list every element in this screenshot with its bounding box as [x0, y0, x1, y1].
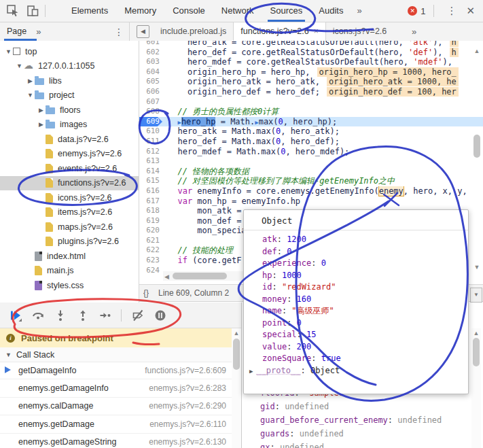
navigator-more-tabs-chevron[interactable]: »: [36, 27, 41, 37]
line-number[interactable]: 603: [139, 57, 162, 67]
more-panels-chevron[interactable]: »: [351, 0, 367, 22]
debugger-pane-scrollbar[interactable]: ▲: [232, 328, 241, 448]
code-line-613[interactable]: 613: [139, 156, 483, 167]
line-number[interactable]: 605: [139, 77, 162, 87]
line-number[interactable]: 624: [139, 266, 162, 276]
scope-variable-guards[interactable]: guards: undefined: [242, 427, 473, 441]
tree-item-index-html[interactable]: index.html: [0, 249, 139, 264]
scroll-left-icon[interactable]: ◀: [164, 273, 169, 280]
file-tab-functions-js-v-2-6[interactable]: functions.js?v=2.6×: [233, 22, 325, 41]
error-badge[interactable]: ✕ 1: [408, 6, 425, 16]
line-number[interactable]: 611: [139, 137, 162, 147]
line-number[interactable]: 612: [139, 147, 162, 157]
code-line-609[interactable]: 609 ▶hero_hp = Math.▶max(0, hero_hp);: [139, 117, 483, 127]
tab-audits[interactable]: Audits: [310, 0, 351, 22]
chevron-down-icon[interactable]: ▼: [4, 48, 13, 55]
navigator-tab-page[interactable]: Page: [7, 22, 26, 41]
code-line-606[interactable]: 606 origin_hero_def = hero_def;origin_he…: [139, 87, 483, 97]
tree-item-maps-js-v-2-6[interactable]: maps.js?v=2.6: [0, 220, 139, 235]
editor-vertical-scrollbar[interactable]: ▲ ▼: [471, 42, 482, 277]
tree-item-plugins-js-v-2-6[interactable]: plugins.js?v=2.6: [0, 235, 139, 249]
hovered-token[interactable]: enemy: [378, 186, 404, 196]
line-number[interactable]: 614: [139, 167, 162, 177]
code-line-605[interactable]: 605 origin_hero_atk = hero_atk,origin_he…: [139, 77, 483, 87]
code-line-611[interactable]: 611 hero_def = Math.max(0, hero_def);: [139, 137, 483, 147]
line-number[interactable]: 606: [139, 87, 162, 97]
line-number[interactable]: 601: [139, 41, 162, 48]
scrollbar-thumb[interactable]: [473, 135, 480, 158]
code-line-607[interactable]: 607: [139, 97, 483, 107]
scrollbar-thumb[interactable]: [173, 273, 227, 279]
tree-item-icons-js-v-2-6[interactable]: icons.js?v=2.6: [0, 190, 139, 205]
line-number[interactable]: 622: [139, 245, 162, 256]
scroll-up-icon[interactable]: ▲: [471, 330, 481, 337]
tab-elements[interactable]: Elements: [63, 0, 116, 22]
call-stack-header[interactable]: ▼ Call Stack: [0, 347, 232, 362]
scope-variable-gid[interactable]: gid: undefined: [242, 400, 473, 413]
close-tab-icon[interactable]: ×: [314, 27, 319, 36]
line-number[interactable]: 604: [139, 67, 162, 77]
code-line-601[interactable]: 601 hero_atk = core.getRealStatusOrDefau…: [139, 41, 483, 48]
tree-item-127-0-0-1-1055[interactable]: ▼☁127.0.0.1:1055: [0, 59, 139, 74]
tree-item-images[interactable]: ▶images: [0, 118, 139, 133]
pause-on-exceptions-button[interactable]: [154, 309, 167, 322]
step-over-button[interactable]: [31, 309, 45, 322]
tree-item-functions-js-v-2-6[interactable]: functions.js?v=2.6: [0, 176, 139, 191]
line-number[interactable]: 619: [139, 216, 162, 226]
line-number[interactable]: 620: [139, 226, 162, 236]
deactivate-breakpoints-button[interactable]: [131, 309, 145, 322]
tree-item-floors[interactable]: ▶floors: [0, 103, 139, 118]
line-number[interactable]: 615: [139, 176, 162, 186]
code-line-604[interactable]: 604 origin_hero_hp = hero_hp,origin_hero…: [139, 67, 483, 77]
tree-item-libs[interactable]: ▶libs: [0, 73, 139, 88]
chevron-right-icon[interactable]: ▶: [37, 121, 46, 128]
step-into-button[interactable]: [54, 309, 67, 322]
navigator-menu-icon[interactable]: ⋮: [114, 27, 124, 37]
code-line-603[interactable]: 603 hero_mdef = core.getRealStatusOrDefa…: [139, 57, 483, 67]
more-tabs-chevron[interactable]: »: [412, 22, 416, 41]
step-button[interactable]: [99, 309, 112, 322]
call-stack-frame-getdamageinfo[interactable]: getDamageInfofunctions.js?v=2.6:609: [0, 362, 232, 379]
call-stack-frame-enemys-getdamagestring[interactable]: enemys.getDamageStringenemys.js?v=2.6:13…: [0, 434, 232, 448]
tab-console[interactable]: Console: [164, 0, 213, 22]
tree-item-items-js-v-2-6[interactable]: items.js?v=2.6: [0, 205, 139, 220]
chevron-right-icon[interactable]: ▶: [37, 107, 46, 114]
code-line-602[interactable]: 602 hero_def = core.getRealStatusOrDefau…: [139, 48, 483, 58]
step-out-button[interactable]: [76, 309, 90, 322]
resume-button[interactable]: [9, 309, 22, 322]
scroll-up-icon[interactable]: ▲: [232, 330, 241, 337]
line-number[interactable]: 623: [139, 256, 162, 266]
panel-scroll-button[interactable]: ▼: [470, 288, 482, 303]
chevron-down-icon[interactable]: ▼: [26, 92, 35, 99]
line-number[interactable]: 616: [139, 186, 162, 196]
close-devtools-icon[interactable]: ✕: [463, 5, 483, 17]
scrollbar-thumb[interactable]: [473, 338, 480, 366]
breakpoint-line-number[interactable]: 609: [139, 117, 162, 127]
tree-item-data-js-v-2-6[interactable]: data.js?v=2.6: [0, 132, 139, 147]
line-number[interactable]: 607: [139, 97, 162, 107]
scope-variable-gx[interactable]: gx: undefined: [242, 441, 473, 448]
code-line-610[interactable]: 610 hero_atk = Math.max(0, hero_atk);: [139, 126, 483, 137]
call-stack-frame-enemys-getdamage[interactable]: enemys.getDamageenemys.js?v=2.6:110: [0, 415, 232, 433]
code-line-614[interactable]: 614 // 怪物的各项数据: [139, 167, 483, 177]
navigate-back-icon[interactable]: ◀: [137, 25, 149, 38]
device-toolbar-icon[interactable]: [26, 4, 39, 18]
tooltip-property-proto[interactable]: ▶__proto__: Object: [244, 365, 468, 377]
scroll-down-icon[interactable]: ▼: [471, 264, 482, 271]
tree-item-styles-css[interactable]: styles.css: [0, 278, 139, 293]
line-number[interactable]: 618: [139, 206, 162, 216]
line-number[interactable]: 608: [139, 107, 162, 117]
line-number[interactable]: 602: [139, 48, 162, 58]
tree-item-top[interactable]: ▼top: [0, 44, 139, 59]
line-number[interactable]: 610: [139, 126, 162, 137]
chevron-down-icon[interactable]: ▼: [15, 63, 24, 69]
file-tab-icons-js-v-2-6[interactable]: icons.js?v=2.6: [326, 22, 394, 41]
line-number[interactable]: 617: [139, 196, 162, 207]
file-tab-include-preload-js[interactable]: include.preload.js: [154, 22, 233, 41]
code-line-616[interactable]: 616 var enemyInfo = core.enemys.getEnemy…: [139, 186, 483, 196]
tree-item-main-js[interactable]: main.js: [0, 264, 139, 279]
call-stack-frame-enemys-getdamageinfo[interactable]: enemys.getDamageInfoenemys.js?v=2.6:283: [0, 379, 232, 397]
line-number[interactable]: 621: [139, 236, 162, 246]
code-line-612[interactable]: 612 hero_mdef = Math.max(0, hero_mdef);: [139, 147, 483, 157]
chevron-right-icon[interactable]: ▶: [26, 77, 35, 84]
